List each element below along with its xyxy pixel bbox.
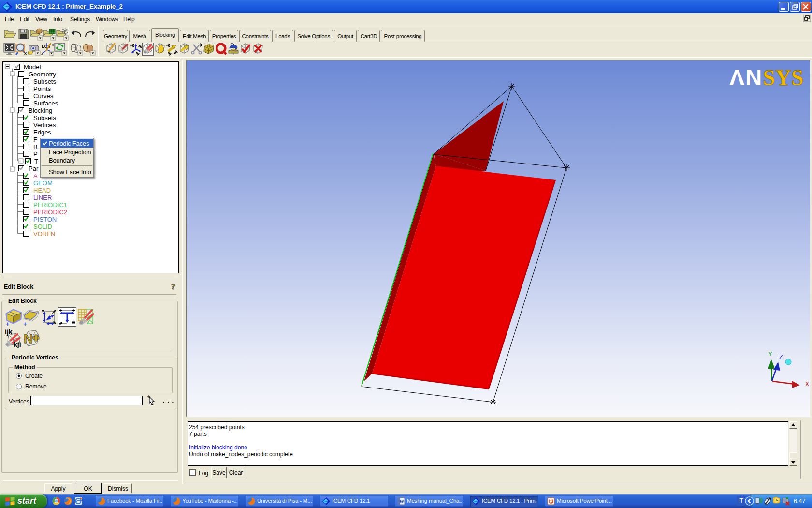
- svg-text:kji: kji: [14, 341, 21, 348]
- svg-text:P: P: [550, 499, 553, 504]
- svg-text:Y: Y: [768, 351, 772, 358]
- svg-text:W: W: [399, 499, 404, 504]
- svg-text:x: x: [24, 51, 27, 55]
- svg-text:+: +: [6, 320, 10, 327]
- svg-text:z: z: [41, 51, 43, 56]
- svg-text:N: N: [24, 331, 33, 346]
- svg-text:x: x: [52, 43, 54, 47]
- svg-text:+: +: [23, 320, 27, 327]
- svg-text:?: ?: [171, 282, 175, 291]
- svg-text:Z: Z: [779, 354, 783, 361]
- svg-text:X: X: [805, 381, 809, 388]
